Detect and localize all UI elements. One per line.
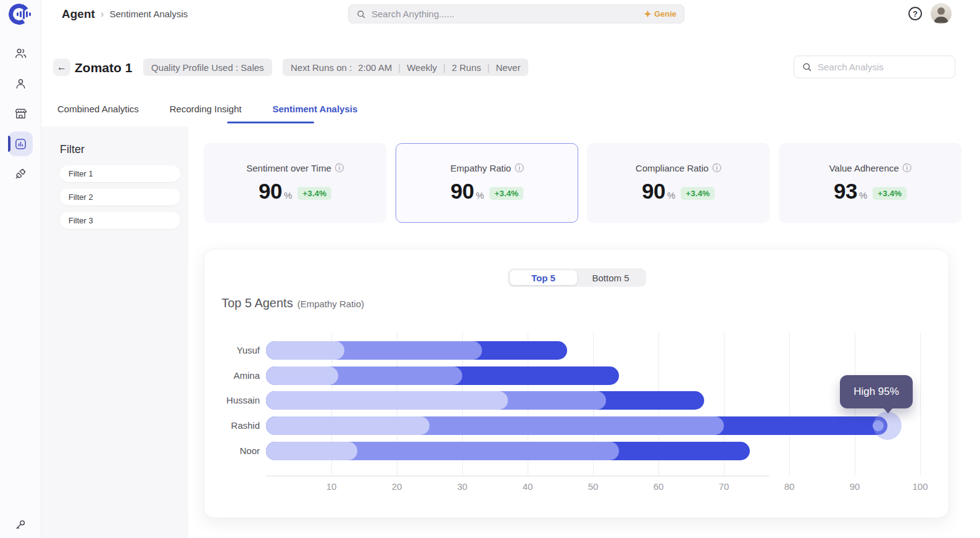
user-avatar[interactable] (931, 3, 952, 24)
bar-amina-shade-light[interactable] (266, 366, 338, 385)
filter-button-2[interactable]: Filter 2 (60, 189, 180, 205)
tooltip-caret (883, 408, 893, 413)
active-tab-underline (227, 122, 314, 123)
analysis-search[interactable] (794, 56, 955, 78)
filter-button-3[interactable]: Filter 3 (60, 212, 180, 229)
pill-separator: | (398, 62, 401, 73)
schedule-pill: Next Runs on : 2:00 AM | Weekly | 2 Runs… (283, 59, 528, 76)
schedule-end: Never (496, 62, 520, 73)
left-nav-rail (0, 0, 41, 538)
help-button[interactable]: ? (908, 7, 922, 20)
genie-badge[interactable]: ✦ Genie (644, 9, 676, 19)
sidebar-item-analytics[interactable] (8, 131, 33, 156)
bar-noor-shade-light[interactable] (266, 442, 357, 460)
back-button[interactable]: ← (53, 59, 70, 76)
metric-label-text: Compliance Ratio (636, 163, 708, 173)
metric-delta-badge: +3.4% (873, 187, 907, 200)
breadcrumb-page: Sentiment Analysis (110, 9, 188, 19)
metric-value-row: 90 % +3.4% (642, 179, 715, 204)
sidebar-item-user[interactable] (8, 71, 33, 96)
sidebar-item-store[interactable] (8, 101, 33, 126)
store-icon (14, 107, 28, 121)
filter-button-1[interactable]: Filter 1 (60, 165, 180, 182)
bar-label-noor: Noor (204, 442, 260, 460)
schedule-prefix: Next Runs on : (291, 62, 352, 73)
schedule-time: 2:00 AM (358, 62, 392, 73)
metric-delta-badge: +3.4% (297, 187, 331, 200)
breadcrumb-app[interactable]: Agent (62, 7, 95, 21)
x-tick-label: 20 (383, 481, 410, 492)
top-header: Agent › Sentiment Analysis ✦ Genie ? (41, 0, 980, 28)
schedule-runs: 2 Runs (452, 62, 481, 73)
metric-value-row: 93 % +3.4% (834, 179, 907, 204)
active-nav-indicator (8, 136, 10, 152)
sidebar-item-api-keys[interactable] (8, 512, 33, 537)
chart-card: Top 5 Bottom 5 Top 5 Agents (Empathy Rat… (204, 249, 949, 518)
global-search[interactable]: ✦ Genie (348, 4, 684, 23)
chart-tooltip: High 95% (840, 375, 913, 408)
global-search-input[interactable] (372, 9, 638, 19)
metric-value-row: 90 % +3.4% (451, 179, 523, 204)
metric-card-value-adherence[interactable]: Value Adherence ⓘ 93 % +3.4% (779, 143, 961, 223)
metric-label: Compliance Ratio ⓘ (636, 163, 721, 174)
info-icon[interactable]: ⓘ (903, 163, 911, 174)
bar-hussain-shade-light[interactable] (266, 391, 508, 410)
filter-panel: Filter Filter 1 Filter 2 Filter 3 (41, 126, 188, 538)
data-point-dot (873, 420, 884, 431)
metric-delta-badge: +3.4% (681, 187, 715, 200)
x-tick-label: 90 (841, 481, 868, 492)
bar-yusuf-shade-light[interactable] (266, 341, 344, 360)
metric-value-row: 90 % +3.4% (259, 179, 331, 204)
analytics-icon (14, 137, 28, 151)
bar-label-yusuf: Yusuf (204, 341, 260, 360)
x-tick-label: 80 (776, 481, 803, 492)
bar-rashid-shade-light[interactable] (266, 416, 430, 435)
info-icon[interactable]: ⓘ (335, 163, 344, 174)
page-title: Zomato 1 (75, 60, 132, 75)
analysis-search-input[interactable] (818, 62, 947, 72)
tab-bar: Combined Analytics Recording Insight Sen… (57, 104, 357, 122)
breadcrumb: Agent › Sentiment Analysis (62, 0, 188, 28)
user-icon (14, 77, 28, 91)
key-icon (14, 518, 28, 532)
x-tick-label: 10 (318, 481, 345, 492)
sparkle-icon: ✦ (644, 9, 652, 19)
tab-recording-insight[interactable]: Recording Insight (170, 104, 242, 122)
metric-card-sentiment-over-time[interactable]: Sentiment over Time ⓘ 90 % +3.4% (204, 143, 386, 223)
help-icon: ? (913, 9, 918, 19)
schedule-frequency: Weekly (407, 62, 437, 73)
metric-label-text: Value Adherence (829, 163, 899, 173)
quality-profile-text: Quality Profile Used : Sales (151, 62, 264, 73)
metric-value: 90 (451, 179, 474, 204)
pill-separator: | (443, 62, 446, 73)
metric-card-compliance-ratio[interactable]: Compliance Ratio ⓘ 90 % +3.4% (587, 143, 770, 223)
tab-combined-analytics[interactable]: Combined Analytics (57, 104, 139, 122)
metric-unit: % (667, 190, 675, 201)
info-icon[interactable]: ⓘ (712, 163, 721, 174)
sidebar-item-team[interactable] (8, 41, 33, 65)
avatar-image (931, 3, 952, 24)
team-icon (14, 46, 28, 60)
quality-profile-pill: Quality Profile Used : Sales (143, 59, 272, 76)
genie-label: Genie (654, 9, 676, 19)
gridline-100 (920, 333, 921, 476)
search-icon (356, 9, 366, 19)
x-axis-line (266, 476, 769, 476)
x-tick-label: 50 (579, 481, 607, 492)
brand-logo[interactable] (7, 2, 32, 27)
info-icon[interactable]: ⓘ (515, 163, 523, 174)
waveform-icon (15, 2, 32, 27)
metric-unit: % (476, 190, 484, 201)
x-tick-label: 40 (514, 481, 541, 492)
metric-unit: % (859, 190, 867, 201)
metric-label-text: Sentiment over Time (246, 163, 331, 173)
bar-label-rashid: Rashid (204, 416, 260, 435)
metric-value: 93 (834, 179, 857, 204)
tab-sentiment-analysis[interactable]: Sentiment Analysis (272, 104, 357, 122)
integration-icon (14, 167, 28, 181)
bar-chart-plot: 102030405060708090100YusufAminaHussainRa… (204, 249, 950, 519)
metric-label: Sentiment over Time ⓘ (246, 163, 344, 174)
filter-panel-title: Filter (60, 143, 85, 156)
metric-card-empathy-ratio[interactable]: Empathy Ratio ⓘ 90 % +3.4% (396, 143, 578, 223)
sidebar-item-integrations[interactable] (8, 161, 33, 186)
